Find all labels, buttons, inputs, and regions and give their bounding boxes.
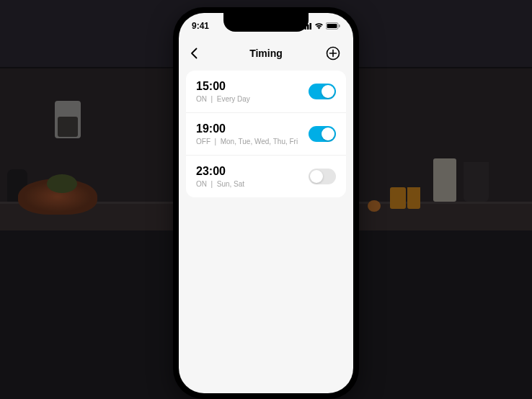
timer-row[interactable]: 19:00 OFF | Mon, Tue, Wed, Thu, Fri — [186, 113, 346, 156]
timer-time: 19:00 — [196, 122, 298, 135]
timer-time: 23:00 — [196, 165, 244, 178]
svg-rect-2 — [307, 24, 309, 30]
svg-rect-5 — [327, 24, 337, 28]
phone-screen: 9:41 Timing — [179, 13, 353, 393]
add-button[interactable] — [324, 45, 342, 62]
phone-notch — [223, 13, 309, 32]
page-title: Timing — [249, 48, 283, 59]
timer-detail: ON | Sun, Sat — [196, 180, 244, 188]
timer-info: 15:00 ON | Every Day — [196, 80, 250, 103]
timers-card: 15:00 ON | Every Day 19:00 OFF | Mon, Tu… — [186, 71, 346, 197]
svg-rect-6 — [339, 24, 340, 27]
toggle-knob — [322, 85, 334, 98]
back-button[interactable] — [190, 45, 208, 62]
timer-time: 15:00 — [196, 80, 250, 93]
timer-detail: OFF | Mon, Tue, Wed, Thu, Fri — [196, 138, 298, 145]
timer-toggle[interactable] — [309, 126, 336, 142]
timer-toggle[interactable] — [309, 84, 336, 99]
battery-icon — [326, 22, 340, 30]
wifi-icon — [314, 22, 324, 30]
phone-frame: 9:41 Timing — [173, 7, 359, 399]
plus-circle-icon — [326, 46, 340, 60]
chevron-left-icon — [190, 48, 198, 59]
timer-info: 19:00 OFF | Mon, Tue, Wed, Thu, Fri — [196, 122, 298, 145]
timer-row[interactable]: 15:00 ON | Every Day — [186, 71, 346, 113]
svg-rect-3 — [310, 23, 312, 30]
app-header: Timing — [179, 39, 353, 68]
toggle-knob — [310, 170, 323, 183]
timer-row[interactable]: 23:00 ON | Sun, Sat — [186, 156, 346, 197]
timer-toggle[interactable] — [309, 169, 336, 184]
timer-info: 23:00 ON | Sun, Sat — [196, 165, 244, 188]
timer-detail: ON | Every Day — [196, 95, 250, 103]
status-time: 9:41 — [192, 21, 209, 31]
toggle-knob — [322, 127, 334, 140]
